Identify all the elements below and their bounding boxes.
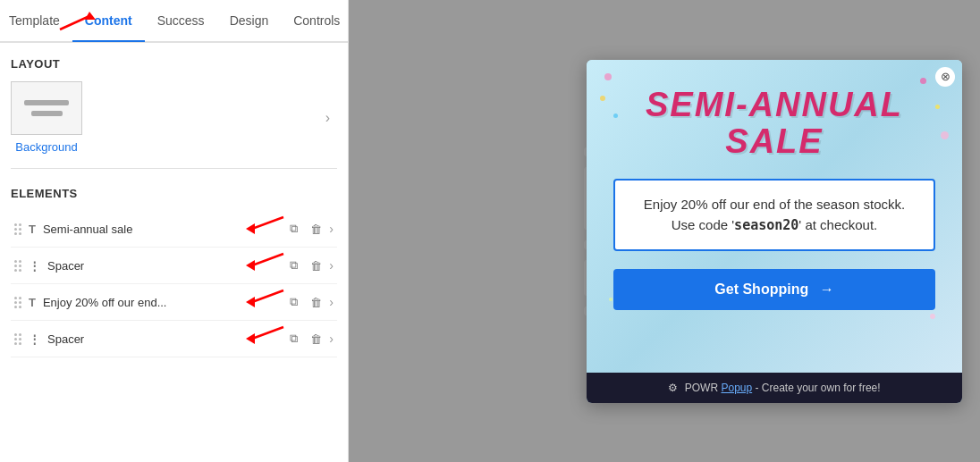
layout-line-1 <box>24 100 69 105</box>
confetti-2 <box>600 96 605 101</box>
svg-marker-9 <box>246 333 255 344</box>
svg-marker-1 <box>85 12 96 20</box>
layout-line-2 <box>31 111 63 116</box>
element-item-2[interactable]: ⋮ Spacer ⧉ 🗑 › <box>11 248 337 284</box>
svg-line-2 <box>252 217 283 229</box>
type-icon-1: T <box>29 223 36 236</box>
popup-title-line1: SEMI-ANNUAL <box>613 87 935 124</box>
drag-handle-1 <box>14 223 21 235</box>
right-preview-area: ⊗ SEMI-ANNUAL SALE Enjoy 20% off our end… <box>349 0 980 462</box>
svg-marker-5 <box>246 260 255 271</box>
layout-card-row: Background › <box>11 81 337 154</box>
svg-line-4 <box>252 254 283 265</box>
drag-handle-3 <box>14 297 21 308</box>
copy-button-3[interactable]: ⧉ <box>286 293 301 311</box>
chevron-2: › <box>329 258 334 273</box>
svg-line-6 <box>252 290 283 302</box>
layout-arrow[interactable]: › <box>318 103 337 133</box>
delete-button-1[interactable]: 🗑 <box>307 221 325 238</box>
delete-button-3[interactable]: 🗑 <box>307 294 325 311</box>
chevron-1: › <box>329 222 334 236</box>
layout-section-title: Layout <box>11 57 337 71</box>
popup-button-label: Get Shopping <box>714 281 808 297</box>
layout-section: Layout Background › <box>11 57 337 169</box>
elements-section: Elements T Semi-annual sale ⧉ 🗑 <box>11 187 337 357</box>
svg-line-0 <box>60 16 89 29</box>
type-icon-2: ⋮ <box>29 259 40 273</box>
delete-button-4[interactable]: 🗑 <box>307 331 325 348</box>
layout-card-background[interactable]: Background <box>11 81 82 154</box>
drag-handle-2 <box>14 260 21 272</box>
popup-code: season20 <box>734 217 798 233</box>
element-item-3[interactable]: T Enjoy 20% off our end... ⧉ 🗑 › <box>11 284 337 321</box>
confetti-5 <box>935 105 940 109</box>
tab-controls[interactable]: Controls <box>281 0 352 42</box>
red-arrow-3 <box>239 286 288 311</box>
popup-title: SEMI-ANNUAL SALE <box>613 87 935 162</box>
element-actions-4: ⧉ 🗑 <box>286 330 325 348</box>
powr-icon: ⚙ <box>668 382 678 394</box>
chevron-3: › <box>329 295 334 309</box>
drag-handle-4 <box>14 333 21 345</box>
left-panel: Template Content Success Design Controls… <box>0 0 349 462</box>
popup-container: ⊗ SEMI-ANNUAL SALE Enjoy 20% off our end… <box>587 60 962 403</box>
footer-text: - Create your own for free! <box>756 382 881 394</box>
red-arrow-4 <box>239 323 288 348</box>
confetti-6 <box>941 131 949 139</box>
red-arrow-1 <box>239 213 288 238</box>
delete-button-2[interactable]: 🗑 <box>307 257 325 274</box>
type-icon-4: ⋮ <box>29 332 40 346</box>
red-arrow-2 <box>239 249 288 274</box>
type-icon-3: T <box>29 296 36 309</box>
confetti-3 <box>613 113 618 118</box>
element-actions-1: ⧉ 🗑 <box>286 220 325 238</box>
popup-message-text: Enjoy 20% off our end of the season stoc… <box>644 197 905 232</box>
element-item-1[interactable]: T Semi-annual sale ⧉ 🗑 › <box>11 211 337 248</box>
layout-card-img <box>11 81 82 135</box>
popup-footer: ⚙ POWR Popup - Create your own for free! <box>587 373 962 403</box>
panel-content: Layout Background › Elements <box>0 43 348 462</box>
popup-cta-button[interactable]: Get Shopping → <box>613 269 935 310</box>
top-nav: Template Content Success Design Controls <box>0 0 348 43</box>
copy-button-4[interactable]: ⧉ <box>286 330 301 348</box>
svg-marker-7 <box>246 297 255 307</box>
layout-card-label: Background <box>15 140 77 154</box>
copy-button-1[interactable]: ⧉ <box>286 220 301 238</box>
popup-title-line2: SALE <box>613 123 935 161</box>
popup-close-button[interactable]: ⊗ <box>935 67 955 87</box>
arrow-indicator <box>55 7 100 34</box>
chevron-4: › <box>329 332 334 346</box>
confetti-8 <box>930 314 935 319</box>
element-item-4[interactable]: ⋮ Spacer ⧉ 🗑 › <box>11 321 337 357</box>
svg-marker-3 <box>246 223 255 234</box>
popup-message-box: Enjoy 20% off our end of the season stoc… <box>613 179 935 251</box>
element-actions-2: ⧉ 🗑 <box>286 256 325 274</box>
popup-button-arrow: → <box>820 281 834 297</box>
tab-design[interactable]: Design <box>217 0 282 42</box>
popup-footer-link[interactable]: Popup <box>721 382 752 394</box>
popup-body: SEMI-ANNUAL SALE Enjoy 20% off our end o… <box>587 60 962 373</box>
confetti-7 <box>609 298 612 301</box>
element-actions-3: ⧉ 🗑 <box>286 293 325 311</box>
copy-button-2[interactable]: ⧉ <box>286 256 301 274</box>
footer-brand: POWR <box>685 382 718 394</box>
svg-line-8 <box>252 327 283 339</box>
confetti-4 <box>920 78 926 84</box>
tab-success[interactable]: Success <box>145 0 217 42</box>
confetti-1 <box>604 73 612 80</box>
elements-section-title: Elements <box>11 187 337 200</box>
